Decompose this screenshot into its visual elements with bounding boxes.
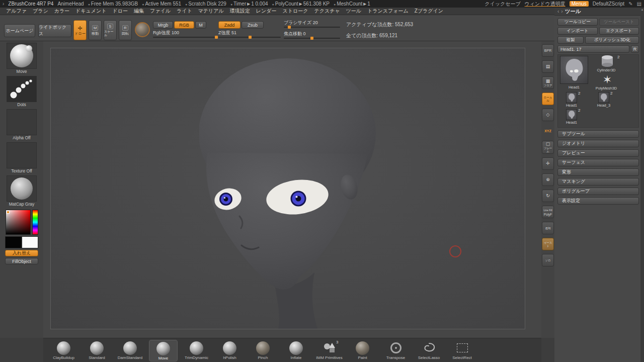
xyz-axis-button[interactable]: XYZ <box>542 125 554 137</box>
menu-render[interactable]: レンダー <box>253 8 280 15</box>
section-preview[interactable]: プレビュー <box>557 149 639 157</box>
solo-button[interactable]: ソロ <box>542 254 554 266</box>
menu-document[interactable]: ドキュメント <box>72 8 109 15</box>
brush-transpose[interactable]: Transpose <box>381 340 410 360</box>
make-polymesh3d-button[interactable]: ポリメッシュ3D化 <box>585 36 639 44</box>
frame-button[interactable]: ▢ フレーム <box>542 141 554 154</box>
brush-claybuildup[interactable]: ClayBuildup <box>49 340 78 360</box>
symmetry-button[interactable]: ◇ <box>542 109 554 121</box>
panel-expand-icon[interactable]: › <box>561 9 562 14</box>
copy-tool-button[interactable]: ツールコピー <box>557 18 598 26</box>
homepage-button[interactable]: ホームページ <box>4 24 35 37</box>
brush-selectlasso[interactable]: SelectLasso <box>415 340 443 360</box>
ghost-button[interactable]: ゴースト <box>542 238 554 250</box>
perspective-button[interactable]: ▤ <box>542 60 554 73</box>
brush-hpolish[interactable]: hPolish <box>215 340 244 360</box>
menu-texture[interactable]: テクスチャ <box>311 8 343 15</box>
brush-imm-primitives[interactable]: 3 IMM Primitives <box>315 340 344 360</box>
section-surface[interactable]: サーフェス <box>557 159 639 166</box>
tool-thumb-head1-b[interactable] <box>566 92 577 103</box>
section-geometry[interactable]: ジオメトリ <box>557 140 639 147</box>
zoom-canvas-button[interactable]: ⊕ <box>542 173 554 186</box>
brush-paint[interactable]: Paint <box>348 340 377 360</box>
rgb-button[interactable]: RGB <box>174 21 194 29</box>
menu-light[interactable]: ライト <box>174 8 195 15</box>
tool-thumb-polymesh3d[interactable]: ✶ <box>599 74 615 86</box>
draw-mode-button[interactable]: ✛ ドロー <box>73 20 87 40</box>
brush-damstandard[interactable]: DamStandard <box>116 340 144 360</box>
tool-thumb-head3[interactable] <box>598 92 609 103</box>
menu-preferences[interactable]: 環境設定 <box>227 8 253 15</box>
current-stroke-selector[interactable]: Dots <box>7 76 37 108</box>
menu-color[interactable]: カラー <box>51 8 72 15</box>
menu-alpha[interactable]: アルファ <box>3 8 30 15</box>
mrgb-button[interactable]: Mrgb <box>153 21 173 29</box>
scroll-canvas-button[interactable]: ✛ <box>542 157 554 170</box>
menu-edit[interactable]: 編集 <box>131 8 147 15</box>
menu-draw[interactable]: ドロー <box>110 8 131 15</box>
section-display[interactable]: 表示設定 <box>557 197 639 205</box>
bpr-render-button[interactable]: BPR <box>542 44 554 57</box>
pencil-icon[interactable]: ✎ <box>628 1 632 7</box>
window-opacity-button[interactable]: ウィンドウ透明度 <box>525 1 566 8</box>
brush-inflate[interactable]: Inflate <box>282 340 310 360</box>
rgb-intensity-slider[interactable]: Rgb強度 100 <box>153 30 216 38</box>
current-texture-selector[interactable]: Texture Off <box>7 142 37 174</box>
tool-thumb-head1-active[interactable] <box>560 56 588 84</box>
panel-scrollbar[interactable]: ▲ <box>640 8 644 362</box>
focal-shift-slider[interactable]: 焦点移動 0 <box>284 31 340 39</box>
transparent-button[interactable]: 透明 <box>542 222 554 234</box>
menu-stroke[interactable]: ストローク <box>280 8 311 15</box>
current-material-selector[interactable]: MatCap Gray <box>7 175 37 207</box>
scale-mode-button[interactable]: S スケール <box>104 20 117 40</box>
z-intensity-slider[interactable]: Z強度 51 <box>218 30 281 38</box>
duplicate-button[interactable]: 複製 <box>557 36 584 44</box>
zadd-button[interactable]: Zadd <box>218 21 240 29</box>
quicksave-button[interactable]: クイックセーブ <box>485 1 520 8</box>
rename-button[interactable]: R <box>631 45 639 53</box>
tool-item-name[interactable]: Head1. 17 <box>557 45 629 53</box>
brush-selectrect[interactable]: SelectRect <box>448 340 476 360</box>
menu-material[interactable]: マテリアル <box>195 8 227 15</box>
brush-pinch[interactable]: Pinch <box>249 340 277 360</box>
menu-file[interactable]: ファイル <box>147 8 174 15</box>
menu-brush[interactable]: ブラシ <box>30 8 51 15</box>
tool-thumb-head1-c[interactable] <box>566 109 577 120</box>
menus-toggle[interactable]: Menus <box>570 1 589 7</box>
fill-object-button[interactable]: FillObject <box>5 258 38 264</box>
sculpted-head-model[interactable] <box>199 57 380 329</box>
panel-collapse-icon[interactable]: ‹ <box>557 9 559 14</box>
brush-trimdynamic[interactable]: TrimDynamic <box>182 340 211 360</box>
current-brush-selector[interactable]: Move <box>7 43 37 74</box>
polyframe-button[interactable]: Line Fill PolyF <box>542 206 554 218</box>
document-viewport[interactable] <box>50 48 525 329</box>
lightbox-button[interactable]: ライトボックス <box>38 24 71 37</box>
section-subtool[interactable]: サブツール <box>557 130 639 138</box>
brush-move[interactable]: Move <box>149 340 178 361</box>
menu-zplugin[interactable]: Zプラグイン <box>412 8 446 15</box>
floor-grid-button[interactable]: ▦ フロア <box>542 76 554 89</box>
secondary-color-swatch[interactable] <box>22 236 38 248</box>
tool-thumb-cylinder3d[interactable] <box>596 55 618 68</box>
brush-standard[interactable]: Standard <box>83 340 111 360</box>
import-button[interactable]: インポート <box>557 27 598 35</box>
saturation-square[interactable] <box>6 210 31 235</box>
rotate-canvas-button[interactable]: ↻ <box>542 190 554 202</box>
primary-color-swatch[interactable] <box>5 236 22 248</box>
rotate-mode-button[interactable]: R 回転 <box>119 20 132 40</box>
section-deformation[interactable]: 変形 <box>557 168 639 176</box>
zsub-button[interactable]: Zsub <box>242 21 264 29</box>
switch-color-button[interactable]: 入れ替え <box>5 250 38 256</box>
section-masking[interactable]: マスキング <box>557 178 639 186</box>
menu-transform[interactable]: トランスフォーム <box>364 8 412 15</box>
local-symmetry-button[interactable]: ローカル <box>542 93 554 105</box>
section-polygroups[interactable]: ポリグループ <box>557 188 639 195</box>
export-button[interactable]: エクスポート <box>599 27 639 35</box>
current-alpha-selector[interactable]: Alpha Off <box>7 109 37 141</box>
move-mode-button[interactable]: M 移動 <box>89 20 102 40</box>
m-button[interactable]: M <box>195 21 206 29</box>
current-material-thumbnail[interactable] <box>135 22 150 37</box>
menu-tool[interactable]: ツール <box>343 8 364 15</box>
brush-size-slider[interactable]: ブラシサイズ 20 <box>284 20 340 28</box>
script-icon[interactable]: ▤ <box>637 1 641 7</box>
